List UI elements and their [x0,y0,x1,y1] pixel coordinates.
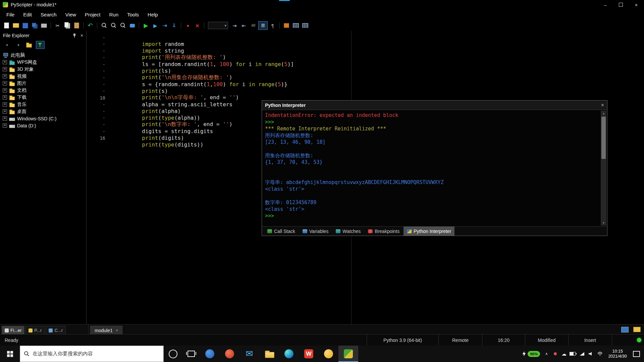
editor-tab-module1[interactable]: module1 × [90,326,122,335]
layout-dropdown[interactable]: ▾ [208,22,228,29]
taskbar-mail-icon[interactable]: ✉ [239,346,259,362]
taskbar-pyscripter-icon[interactable] [338,346,358,362]
menu-file[interactable]: File [2,9,19,20]
start-button[interactable] [0,346,20,362]
expand-icon[interactable] [3,66,9,73]
outdent-icon[interactable]: ⇤ [239,21,248,29]
stop-macro-icon[interactable]: × [193,21,202,29]
editor-tab-close-icon[interactable]: × [116,328,118,333]
battery-icon[interactable] [568,352,578,356]
tree-3d-objects[interactable]: 3D 对象 [0,66,86,73]
tray-app-icon[interactable] [551,352,559,355]
menu-run[interactable]: Run [105,9,123,20]
tree-pictures[interactable]: 图片 [0,80,86,87]
new-file-icon[interactable] [2,21,11,29]
gutter-marker[interactable]: · [87,115,110,121]
taskbar-edge-icon[interactable] [279,346,299,362]
gutter-marker[interactable]: · [87,42,110,47]
gutter-marker[interactable]: - [87,35,110,40]
expand-icon[interactable] [3,87,9,94]
tab-python-interpreter[interactable]: Python Interpreter [404,227,454,236]
toolbar-icon[interactable] [202,21,206,29]
interpreter-output[interactable]: IndentationError: expected an indented b… [262,110,607,226]
save-all-icon[interactable] [30,21,39,29]
tree-music[interactable]: 音乐 [0,101,86,108]
gutter-marker[interactable]: · [87,102,110,107]
maximize-button[interactable] [613,0,629,9]
pin-icon[interactable] [73,33,76,38]
clock[interactable]: 10:15 2021/4/30 [605,349,630,359]
table-icon[interactable] [291,21,300,29]
taskbar-wps-icon[interactable]: W [299,346,319,362]
find-icon[interactable] [100,21,108,29]
tab-watches[interactable]: Watches [332,227,364,236]
gutter-marker[interactable]: · [87,68,110,74]
panel-tab-project[interactable]: P...r [25,326,45,335]
network-icon[interactable] [578,352,586,356]
explorer-shortcut-icon[interactable] [633,327,641,332]
ime-indicator[interactable]: 中 [595,351,605,357]
taskbar-app-red-icon[interactable] [220,346,239,362]
interpreter-scrollbar[interactable]: ▲ ▼ [601,111,606,226]
line-numbers-icon[interactable]: ## [249,21,258,29]
gutter-marker[interactable]: · [87,55,110,60]
indent-icon[interactable]: ⇥ [230,21,239,29]
gutter-marker[interactable]: · [87,88,110,94]
gutter-marker[interactable]: · [87,48,110,54]
menu-help[interactable]: Help [143,9,162,20]
battery-status-badge[interactable]: 96% [528,351,540,357]
gutter-marker[interactable]: 16 [87,135,110,141]
interpreter-title-bar[interactable]: Python Interpreter × [262,101,607,110]
tree-drive-d[interactable]: Data (D:) [0,122,86,129]
interpreter-close-icon[interactable]: × [601,102,604,108]
step-over-icon[interactable]: ⇥ [160,21,169,29]
expand-icon[interactable] [3,73,9,80]
tab-call-stack[interactable]: Call Stack [264,227,299,236]
tab-variables[interactable]: Variables [299,227,332,236]
menu-edit[interactable]: Edit [19,9,36,20]
debug-icon[interactable]: ▶ [151,21,160,29]
expand-icon[interactable] [3,94,9,101]
find-in-files-icon[interactable] [118,21,127,29]
tree-wps-cloud[interactable]: WPS网盘 [0,59,86,66]
expand-icon[interactable] [3,101,9,108]
tree-documents[interactable]: 文档 [0,87,86,94]
gutter-marker[interactable]: - [87,129,110,134]
tree-drive-c[interactable]: Windows-SSD (C:) [0,115,86,122]
close-button[interactable]: × [629,0,644,9]
print-icon[interactable] [40,21,48,29]
find-next-icon[interactable] [109,21,118,29]
tree-videos[interactable]: 视频 [0,73,86,80]
title-bar[interactable]: PyScripter - module1* – × [0,0,644,9]
gutter-marker[interactable]: · [87,82,110,87]
gutter-marker[interactable]: · [87,75,110,80]
toolbar-icon[interactable] [137,21,141,29]
comment-icon[interactable] [128,21,137,29]
taskbar-app-blue-icon[interactable] [200,346,220,362]
taskbar-explorer-icon[interactable] [259,346,279,362]
charging-icon[interactable] [521,351,527,356]
expand-icon[interactable] [3,80,9,87]
menu-tools[interactable]: Tools [123,9,143,20]
tree-downloads[interactable]: 下载 [0,94,86,101]
toolbar-icon[interactable] [95,21,99,29]
panel-tab-file-explorer[interactable]: Fi...er [2,326,24,335]
toolbar-icon[interactable] [82,21,85,29]
scroll-down-icon[interactable]: ▼ [601,220,606,226]
copy-icon[interactable] [63,21,71,29]
special-chars-icon[interactable]: ¶ [268,21,277,29]
gutter-marker[interactable]: · [87,122,110,127]
code-line[interactable]: · s = {random.randint(1,100) for i in ra… [87,74,644,81]
hidden-icons-chevron[interactable]: ∧ [542,352,551,356]
toolbar-icon[interactable] [49,21,53,29]
undo-icon[interactable]: ↶ [86,21,95,29]
toolbar-icon[interactable] [179,21,183,29]
paste-icon[interactable] [72,21,81,29]
back-dropdown-icon[interactable]: ▾ [3,43,11,47]
cloud-icon[interactable]: ☁ [559,351,568,357]
volume-icon[interactable] [586,352,595,356]
expand-icon[interactable] [3,122,9,129]
taskbar-app-yellow-icon[interactable] [319,346,338,362]
task-view-button[interactable] [182,346,200,362]
menu-view[interactable]: View [61,9,80,20]
